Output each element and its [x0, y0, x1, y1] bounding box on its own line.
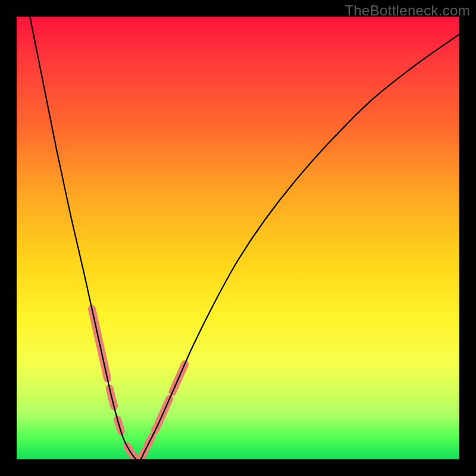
chart-frame: TheBottleneck.com — [0, 0, 476, 476]
highlight-segments — [92, 309, 184, 459]
plot-area — [17, 17, 459, 459]
bottleneck-curve — [30, 17, 459, 459]
curve-overlay — [17, 17, 459, 459]
watermark-text: TheBottleneck.com — [345, 2, 470, 19]
